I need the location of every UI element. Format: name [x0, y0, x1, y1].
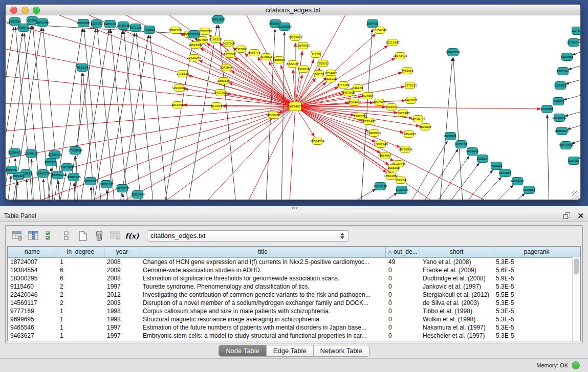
- graph-node[interactable]: 8471676: [499, 169, 512, 177]
- graph-node[interactable]: 17957253: [83, 178, 98, 185]
- panel-split-handle[interactable]: [0, 206, 588, 210]
- delete-table-icon[interactable]: [93, 229, 106, 243]
- graph-node[interactable]: 751552: [144, 26, 155, 34]
- graph-node[interactable]: 16648794: [446, 49, 460, 56]
- graph-node[interactable]: 8186328: [209, 36, 222, 43]
- graph-node[interactable]: 9497568: [342, 90, 355, 96]
- graph-node[interactable]: 20206526: [48, 151, 62, 159]
- table-row[interactable]: 946362711997Embryonic stem cells: a mode…: [8, 332, 580, 340]
- table-scrollbar[interactable]: [572, 257, 580, 341]
- graph-node[interactable]: 18807249: [374, 141, 388, 148]
- table-row[interactable]: 2242004622012Investigating the contribut…: [8, 291, 580, 299]
- table-settings-icon[interactable]: [11, 229, 24, 243]
- graph-node[interactable]: 8215358: [541, 105, 554, 113]
- graph-node[interactable]: 15298132: [24, 150, 38, 158]
- network-canvas[interactable]: 8960123891295518226058982750381863289827…: [6, 15, 580, 200]
- graph-node[interactable]: 9463627: [405, 97, 418, 104]
- graph-node[interactable]: 7357224: [188, 31, 201, 38]
- column-chooser-icon[interactable]: [43, 229, 57, 243]
- graph-node[interactable]: 19495794: [411, 116, 425, 122]
- graph-node[interactable]: 1117534: [571, 27, 580, 35]
- graph-node[interactable]: 9245652: [523, 186, 536, 194]
- graph-node[interactable]: 2803144: [217, 78, 230, 84]
- table-row[interactable]: 1830029562008Estimation of significance …: [8, 274, 580, 282]
- graph-node[interactable]: 8427552: [214, 90, 227, 96]
- table-select-dropdown[interactable]: citations_edges.txt: [147, 230, 349, 242]
- graph-node[interactable]: 9146821: [260, 54, 273, 60]
- table-row[interactable]: 1456911722003Disruption of a novel membe…: [8, 299, 580, 307]
- graph-node[interactable]: 20364486: [347, 99, 361, 106]
- graph-node[interactable]: 9242848: [220, 64, 233, 71]
- graph-node[interactable]: 5905135: [45, 159, 57, 166]
- graph-node[interactable]: 17359924: [68, 147, 82, 155]
- graph-node[interactable]: 25206950: [8, 149, 22, 157]
- new-table-icon[interactable]: [76, 229, 90, 243]
- graph-node[interactable]: 16210643: [552, 114, 567, 122]
- graph-node[interactable]: 15692971: [555, 127, 569, 135]
- graph-node[interactable]: 19756928: [398, 146, 412, 153]
- graph-node[interactable]: 2935114: [476, 155, 489, 163]
- graph-node[interactable]: 17016504: [559, 142, 573, 149]
- graph-node[interactable]: 9777169: [337, 82, 350, 89]
- window-resize-grip[interactable]: [572, 191, 579, 199]
- graph-node[interactable]: 10025488: [396, 110, 410, 117]
- column-header-year[interactable]: year: [104, 247, 140, 257]
- graph-node[interactable]: 15584554: [310, 138, 324, 145]
- column-header-title[interactable]: title: [140, 247, 386, 257]
- graph-node[interactable]: 16543382: [188, 42, 203, 49]
- graph-node[interactable]: 19218596: [277, 23, 292, 31]
- graph-node[interactable]: 10973403: [393, 53, 407, 59]
- graph-node[interactable]: 3624554: [361, 93, 374, 99]
- tab-node-table[interactable]: Node Table: [219, 345, 267, 356]
- row-height-icon[interactable]: [60, 229, 73, 243]
- graph-node[interactable]: 1588520: [273, 57, 286, 63]
- function-builder-icon[interactable]: f(x): [125, 229, 139, 243]
- graph-node[interactable]: 18720407: [361, 118, 376, 125]
- show-column-icon[interactable]: [27, 229, 40, 243]
- graph-node[interactable]: 10653287: [76, 19, 91, 27]
- graph-node[interactable]: 7485063: [401, 68, 414, 74]
- graph-node[interactable]: 1527002: [91, 20, 103, 28]
- graph-node[interactable]: 1244419: [552, 98, 565, 105]
- graph-node[interactable]: 7632621: [490, 162, 503, 170]
- maximize-window-button[interactable]: [33, 7, 40, 14]
- table-row[interactable]: 911546021997Tourette syndrome. Phenomeno…: [8, 282, 580, 291]
- table-scrollbar-thumb[interactable]: [574, 258, 579, 275]
- graph-node[interactable]: 1545194: [52, 171, 64, 179]
- graph-node[interactable]: 8938923: [444, 133, 457, 140]
- graph-node[interactable]: 9329968: [561, 53, 574, 61]
- graph-node[interactable]: 9175685: [224, 51, 236, 58]
- graph-node[interactable]: 9474444: [466, 148, 479, 156]
- import-table-icon[interactable]: [109, 229, 122, 243]
- graph-node[interactable]: 6879197: [455, 141, 468, 148]
- graph-node[interactable]: 1621022: [324, 76, 337, 82]
- graph-node[interactable]: 15751874: [567, 39, 580, 47]
- tab-network-table[interactable]: Network Table: [314, 345, 369, 356]
- graph-node[interactable]: 9899695: [419, 124, 432, 130]
- graph-node[interactable]: 8960123: [169, 27, 182, 34]
- graph-node[interactable]: 13325419: [288, 34, 302, 41]
- graph-node[interactable]: 1733426: [396, 186, 408, 194]
- graph-node[interactable]: 252254: [396, 177, 406, 184]
- graph-node[interactable]: 12975115: [403, 82, 417, 89]
- graph-node[interactable]: 12942757: [36, 170, 50, 178]
- graph-node[interactable]: 8822037: [287, 61, 299, 68]
- graph-node[interactable]: 14055712: [16, 24, 31, 32]
- graph-node[interactable]: 12505135: [67, 173, 81, 181]
- graph-node[interactable]: 9671355: [129, 24, 142, 32]
- graph-node[interactable]: 10654112: [510, 178, 525, 185]
- graph-node[interactable]: 16033809: [211, 16, 225, 24]
- graph-node[interactable]: 1810755: [171, 102, 184, 108]
- table-row[interactable]: 969969511998Structural magnetic resonanc…: [8, 315, 580, 323]
- graph-node[interactable]: 9884067: [379, 152, 392, 159]
- column-header-out-de-[interactable]: △out_de...: [386, 247, 420, 257]
- graph-node[interactable]: 19958167: [99, 181, 114, 188]
- graph-node[interactable]: 18724007: [288, 102, 302, 111]
- graph-node[interactable]: 2718120: [177, 71, 189, 77]
- graph-node[interactable]: 12923448: [130, 191, 145, 199]
- tab-edge-table[interactable]: Edge Table: [267, 345, 314, 356]
- graph-node[interactable]: 990448: [314, 71, 324, 77]
- minimize-window-button[interactable]: [21, 7, 29, 14]
- graph-node[interactable]: 1615152: [387, 165, 400, 171]
- network-window-titlebar[interactable]: citations_edges.txt: [6, 5, 580, 15]
